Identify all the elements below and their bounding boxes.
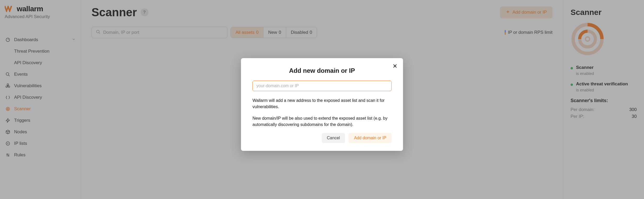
cancel-button[interactable]: Cancel	[322, 133, 345, 143]
modal-description-1: Wallarm will add a new address to the ex…	[252, 97, 392, 110]
domain-input[interactable]	[252, 81, 392, 91]
close-icon: ✕	[393, 63, 397, 69]
modal-description-2: New domain/IP will be also used to exten…	[252, 115, 392, 128]
modal-title: Add new domain or IP	[252, 67, 392, 74]
add-domain-modal: ✕ Add new domain or IP Wallarm will add …	[241, 58, 403, 151]
confirm-add-button[interactable]: Add domain or IP	[349, 133, 392, 143]
modal-overlay[interactable]: ✕ Add new domain or IP Wallarm will add …	[0, 0, 644, 199]
close-button[interactable]: ✕	[393, 63, 397, 70]
